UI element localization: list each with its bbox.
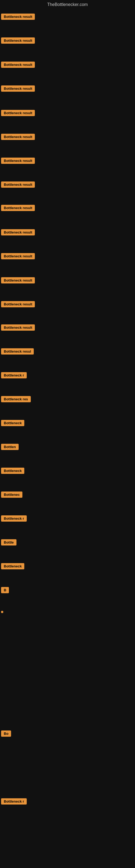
site-title: TheBottlenecker.com [0, 0, 135, 10]
bottleneck-badge: Bottleneck result [1, 110, 35, 116]
bottleneck-badge: Bottleneck result [1, 182, 35, 188]
bottleneck-badge: Bottleneck result [1, 86, 35, 92]
bottleneck-badge: Bottleneck result [1, 205, 35, 211]
bottleneck-badge: Bottleneck result [1, 158, 35, 164]
bottleneck-badge: Bottleneck result [1, 253, 35, 259]
bottleneck-badge: Bottlen [1, 444, 18, 450]
bottleneck-badge [1, 611, 3, 613]
bottleneck-badge: Bottleneck r [1, 372, 27, 378]
bottleneck-badge: Bottleneck [1, 468, 24, 474]
bottleneck-badge: Bottleneck r [1, 516, 27, 522]
bottleneck-badge: Bottle [1, 539, 16, 546]
bottleneck-badge: Bottleneck result [1, 134, 35, 140]
bottleneck-badge: B [1, 587, 9, 593]
bottleneck-badge: Bottleneck result [1, 37, 35, 44]
bottleneck-badge: Bottleneck result [1, 301, 35, 307]
bottleneck-badge: Bottleneck [1, 420, 24, 426]
bottleneck-badge: Bo [1, 731, 11, 737]
bottleneck-badge: Bottleneck r [1, 798, 27, 805]
bottleneck-badge: Bottleneck result [1, 62, 35, 68]
bottleneck-badge: Bottleneck result [1, 324, 35, 331]
bottleneck-badge: Bottleneck result [1, 229, 35, 236]
bottleneck-badge: Bottleneck resul [1, 348, 34, 354]
bottleneck-badge: Bottleneck result [1, 13, 35, 20]
bottleneck-badge: Bottleneck [1, 563, 24, 569]
bottleneck-badge: Bottlenec [1, 492, 22, 498]
bottleneck-badge: Bottleneck res [1, 396, 31, 402]
bottleneck-badge: Bottleneck result [1, 277, 35, 283]
